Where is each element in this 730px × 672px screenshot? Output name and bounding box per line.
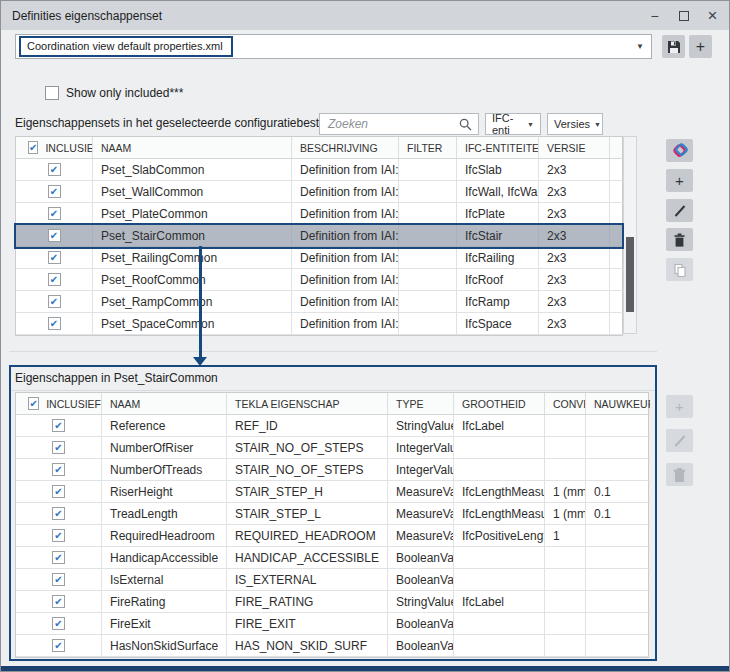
row-checkbox[interactable]: ✔ [48, 295, 61, 308]
row-checkbox[interactable]: ✔ [52, 617, 65, 630]
cell-conversie [545, 569, 586, 591]
header-conversie[interactable]: CONVER [545, 393, 586, 415]
cell-grootheid: IfcPositiveLengthMe [454, 525, 545, 547]
cell-filter [399, 247, 457, 269]
save-button[interactable] [662, 35, 685, 58]
cell-filler [610, 291, 624, 313]
maximize-button[interactable] [669, 1, 698, 30]
cell-tekla: STAIR_STEP_H [227, 481, 388, 503]
window-bottom-border [1, 666, 729, 671]
cell-nauwkeurigheid [586, 613, 650, 635]
header-filter[interactable]: FILTER [399, 137, 457, 159]
table-row[interactable]: ✔FireRatingFIRE_RATINGStringValueTyIfcLa… [16, 591, 648, 613]
row-checkbox[interactable]: ✔ [48, 163, 61, 176]
row-checkbox[interactable]: ✔ [48, 207, 61, 220]
header-ifc-entiteiten[interactable]: IFC-ENTITEITEN [457, 137, 539, 159]
header-beschrijving[interactable]: BESCHRIJVING [292, 137, 399, 159]
table-row[interactable]: ✔NumberOfRiserSTAIR_NO_OF_STEPSIntegerVa… [16, 437, 648, 459]
row-checkbox[interactable]: ✔ [52, 485, 65, 498]
cell-inclusief: ✔ [16, 159, 93, 181]
row-checkbox[interactable]: ✔ [48, 185, 61, 198]
header-inclusief: ✔ INCLUSIEF [16, 393, 102, 415]
row-checkbox[interactable]: ✔ [52, 419, 65, 432]
table-row[interactable]: ✔NumberOfTreadsSTAIR_NO_OF_STEPSIntegerV… [16, 459, 648, 481]
row-checkbox[interactable]: ✔ [52, 639, 65, 652]
table-row[interactable]: ✔Pset_SlabCommonDefinition from IAI: Pro… [16, 159, 622, 181]
table-row[interactable]: ✔IsExternalIS_EXTERNALBooleanValu [16, 569, 648, 591]
row-checkbox[interactable]: ✔ [48, 251, 61, 264]
search-input[interactable]: Zoeken [319, 113, 479, 135]
cell-inclusief: ✔ [16, 569, 102, 591]
row-checkbox[interactable]: ✔ [52, 507, 65, 520]
add-file-button[interactable]: + [689, 35, 712, 58]
cell-naam: FireRating [102, 591, 227, 613]
header-checkbox[interactable]: ✔ [28, 397, 39, 410]
row-checkbox[interactable]: ✔ [52, 529, 65, 542]
configuration-file-combobox[interactable]: Coordination view default properties.xml… [15, 34, 652, 59]
chevron-down-icon[interactable]: ▼ [636, 42, 644, 51]
cell-filter [399, 203, 457, 225]
row-checkbox[interactable]: ✔ [48, 273, 61, 286]
row-checkbox[interactable]: ✔ [52, 551, 65, 564]
table-row[interactable]: ✔HandicapAccessibleHANDICAP_ACCESSIBLEBo… [16, 547, 648, 569]
cell-filler [610, 225, 624, 247]
header-grootheid[interactable]: GROOTHEID [454, 393, 545, 415]
header-type[interactable]: TYPE [388, 393, 454, 415]
header-naam[interactable]: NAAM [102, 393, 227, 415]
add-set-button[interactable]: + [666, 169, 693, 192]
header-naam[interactable]: NAAM [93, 137, 292, 159]
show-only-checkbox[interactable] [45, 86, 59, 100]
edit-set-button[interactable] [666, 199, 693, 222]
header-checkbox[interactable]: ✔ [28, 141, 38, 154]
cell-type: StringValueTy [388, 591, 454, 613]
ifc-entities-filter-dropdown[interactable]: IFC-enti ▼ [485, 113, 541, 135]
ifc-entities-filter-label: IFC-enti [492, 112, 523, 136]
cell-nauwkeurigheid [586, 459, 650, 481]
sets-section-label: Eigenschappensets in het geselecteerde c… [15, 116, 339, 130]
cell-versie: 2x3 [539, 313, 610, 335]
table-row[interactable]: ✔Pset_RoofCommonDefinition from IAI: Pro… [16, 269, 622, 291]
cell-naam: NumberOfTreads [102, 459, 227, 481]
table-row[interactable]: ✔HasNonSkidSurfaceHAS_NON_SKID_SURFBoole… [16, 635, 648, 657]
cell-nauwkeurigheid: 0.1 [586, 503, 650, 525]
cell-naam: RequiredHeadroom [102, 525, 227, 547]
cell-inclusief: ✔ [16, 503, 102, 525]
row-checkbox[interactable]: ✔ [48, 317, 61, 330]
cell-inclusief: ✔ [16, 203, 93, 225]
versions-filter-dropdown[interactable]: Versies ▼ [547, 113, 603, 135]
cell-conversie [545, 635, 586, 657]
table-header-row: ✔ INCLUSIEF NAAM BESCHRIJVING FILTER IFC… [16, 137, 622, 159]
row-checkbox[interactable]: ✔ [52, 441, 65, 454]
table-row[interactable]: ✔Pset_SpaceCommonDefinition from IAI: Pr… [16, 313, 622, 335]
table-row[interactable]: ✔TreadLengthSTAIR_STEP_LMeasureValuIfcLe… [16, 503, 648, 525]
table-row[interactable]: ✔Pset_PlateCommonDefinition from IAI: Pr… [16, 203, 622, 225]
delete-set-button[interactable] [666, 228, 693, 251]
cell-inclusief: ✔ [16, 415, 102, 437]
cell-naam: Pset_StairCommon [93, 225, 292, 247]
row-checkbox[interactable]: ✔ [52, 595, 65, 608]
table-row[interactable]: ✔Pset_StairCommonDefinition from IAI: Pr… [16, 225, 622, 247]
row-checkbox[interactable]: ✔ [52, 573, 65, 586]
table-row[interactable]: ✔FireExitFIRE_EXITBooleanValu [16, 613, 648, 635]
table-row[interactable]: ✔RequiredHeadroomREQUIRED_HEADROOMMeasur… [16, 525, 648, 547]
title-bar: Definities eigenschappenset − × [1, 1, 729, 30]
row-checkbox[interactable]: ✔ [52, 463, 65, 476]
header-nauwkeurigheid[interactable]: NAUWKEURIG [586, 393, 650, 415]
table-row[interactable]: ✔Pset_RailingCommonDefinition from IAI: … [16, 247, 622, 269]
table-row[interactable]: ✔RiserHeightSTAIR_STEP_HMeasureValuIfcLe… [16, 481, 648, 503]
organizer-button[interactable] [666, 139, 693, 162]
header-tekla-eigenschap[interactable]: TEKLA EIGENSCHAP [227, 393, 388, 415]
header-versie[interactable]: VERSIE [539, 137, 610, 159]
cell-inclusief: ✔ [16, 481, 102, 503]
table-row[interactable]: ✔Pset_WallCommonDefinition from IAI: Pro… [16, 181, 622, 203]
row-checkbox[interactable]: ✔ [48, 229, 61, 242]
show-only-included[interactable]: Show only included*** [45, 86, 183, 100]
chevron-down-icon: ▼ [594, 121, 601, 128]
table-scrollbar[interactable] [623, 136, 637, 334]
scrollbar-thumb[interactable] [626, 237, 634, 312]
cell-grootheid: IfcLabel [454, 415, 545, 437]
minimize-button[interactable]: − [640, 1, 669, 30]
table-row[interactable]: ✔Pset_RampCommonDefinition from IAI: Pro… [16, 291, 622, 313]
close-button[interactable]: × [698, 1, 727, 30]
table-row[interactable]: ✔ReferenceREF_IDStringValueTyIfcLabel [16, 415, 648, 437]
